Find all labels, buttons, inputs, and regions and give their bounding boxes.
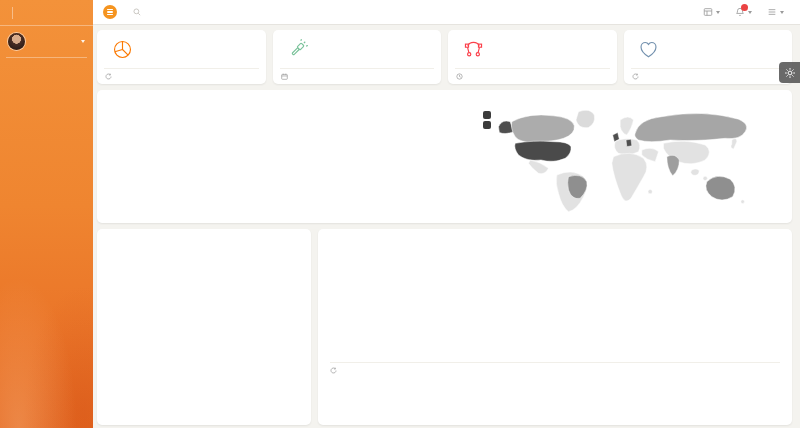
top-navbar (93, 0, 800, 25)
refresh-icon (105, 73, 112, 80)
users-behavior-card (318, 229, 792, 425)
chevron-down-icon (81, 40, 85, 43)
chart-footer (330, 362, 780, 374)
chevron-down-icon (780, 11, 784, 14)
chart-donut-icon (107, 38, 137, 61)
email-statistics-card (97, 229, 311, 425)
stats-icon (703, 7, 713, 17)
calendar-icon (281, 73, 288, 80)
world-map-wrap (465, 103, 780, 215)
search-box (133, 8, 216, 16)
world-map[interactable] (481, 105, 776, 215)
map-zoom-in-button[interactable] (483, 111, 491, 119)
search-input[interactable] (144, 9, 216, 16)
brand-divider (12, 7, 13, 19)
stat-card-revenue (273, 30, 442, 84)
vector-icon (458, 38, 488, 61)
refresh-icon (632, 73, 639, 80)
sidebar-minimize-button[interactable] (103, 5, 117, 19)
avatar (8, 33, 25, 50)
chevron-down-icon (748, 11, 752, 14)
settings-button[interactable] (779, 62, 800, 83)
main-content (93, 25, 800, 428)
gear-icon (784, 67, 796, 79)
notification-badge (741, 4, 749, 12)
users-behavior-area-chart[interactable] (330, 249, 780, 341)
sidebar-user[interactable] (6, 26, 87, 58)
stats-dropdown[interactable] (703, 7, 720, 17)
stat-footer (280, 68, 435, 84)
sales-table (109, 103, 465, 215)
stat-card-number (97, 30, 266, 84)
brand[interactable] (0, 0, 93, 26)
list-icon (767, 7, 777, 17)
navbar-actions (703, 7, 790, 17)
light-icon (283, 38, 313, 61)
email-statistics-pie-chart[interactable] (129, 250, 279, 400)
sidebar (0, 0, 93, 428)
stat-card-followers (624, 30, 793, 84)
stat-card-errors (448, 30, 617, 84)
more-dropdown[interactable] (767, 7, 784, 17)
stat-footer[interactable] (104, 68, 259, 84)
map-zoom-out-button[interactable] (483, 121, 491, 129)
global-sales-card (97, 90, 792, 223)
notifications-dropdown[interactable] (735, 7, 752, 17)
search-icon (133, 8, 141, 16)
refresh-icon (330, 367, 337, 374)
chevron-down-icon (716, 11, 720, 14)
stat-footer[interactable] (631, 68, 786, 84)
heart-icon (634, 38, 664, 61)
stat-footer (455, 68, 610, 84)
stats-row (97, 30, 792, 84)
clock-icon (456, 73, 463, 80)
